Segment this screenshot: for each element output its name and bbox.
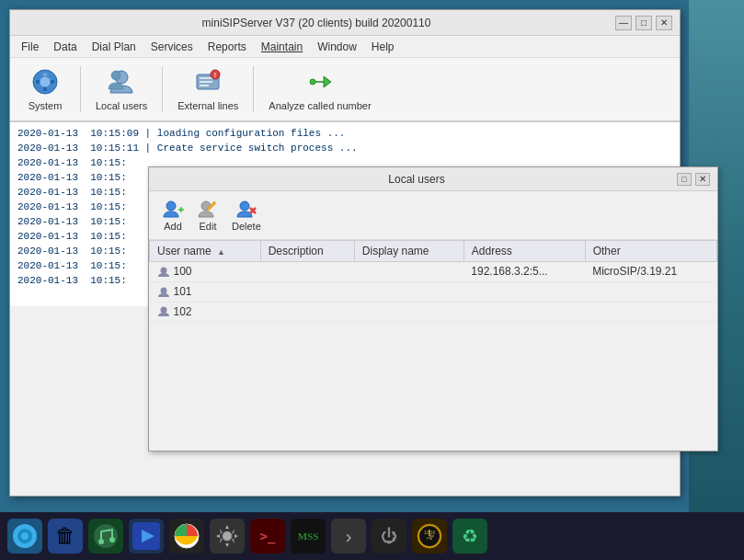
col-username[interactable]: User name ▲: [150, 241, 261, 262]
toolbar-local-users[interactable]: Local users: [88, 63, 155, 115]
analyze-icon: [305, 67, 335, 97]
cell-other: [585, 302, 716, 322]
svg-point-7: [111, 71, 120, 80]
taskbar-clock[interactable]: 10:16 PM: [412, 519, 447, 554]
svg-text:PM: PM: [427, 536, 432, 541]
users-table-container[interactable]: User name ▲ Description Display name Add…: [149, 240, 717, 442]
svg-point-35: [223, 531, 232, 541]
sub-close-button[interactable]: ✕: [695, 173, 710, 186]
svg-point-29: [98, 539, 104, 544]
edit-user-icon: [197, 199, 219, 221]
svg-point-1: [40, 76, 51, 87]
menu-maintain[interactable]: Maintain: [254, 39, 310, 55]
toolbar-system[interactable]: System: [17, 63, 73, 115]
local-users-label: Local users: [96, 100, 147, 111]
svg-rect-2: [36, 80, 40, 84]
table-row[interactable]: 102: [150, 302, 717, 322]
menu-help[interactable]: Help: [364, 39, 402, 55]
main-window: miniSIPServer V37 (20 clients) build 202…: [9, 9, 681, 497]
col-other[interactable]: Other: [585, 241, 716, 262]
edit-user-button[interactable]: Edit: [193, 197, 223, 234]
col-description[interactable]: Description: [260, 241, 354, 262]
taskbar-settings[interactable]: [210, 519, 245, 554]
cell-address: 192.168.3.2:5...: [464, 262, 585, 282]
svg-rect-11: [200, 85, 209, 86]
taskbar-media[interactable]: [129, 519, 164, 554]
sub-toolbar: Add Edit Delete: [149, 191, 717, 240]
cell-username: 101: [150, 281, 261, 302]
cell-displayname: [354, 281, 464, 302]
edit-label: Edit: [200, 221, 217, 232]
svg-text:!: !: [214, 72, 216, 78]
cell-displayname: [354, 262, 464, 282]
taskbar-power[interactable]: ⏻: [372, 519, 406, 554]
menu-file[interactable]: File: [14, 39, 46, 55]
svg-point-14: [310, 79, 315, 85]
taskbar-arrow[interactable]: ›: [331, 519, 366, 554]
col-address[interactable]: Address: [464, 241, 585, 262]
minimize-button[interactable]: —: [615, 16, 632, 30]
maximize-button[interactable]: □: [635, 16, 652, 30]
taskbar-deepin[interactable]: [7, 519, 42, 554]
menu-dialplan[interactable]: Dial Plan: [85, 39, 143, 55]
taskbar: 🗑 >_ MSS: [0, 512, 744, 560]
cell-displayname: [354, 302, 464, 322]
cell-other: MicroSIP/3.19.21: [585, 262, 716, 282]
taskbar-mss[interactable]: MSS: [291, 519, 326, 554]
sep1: [80, 66, 81, 112]
log-line-1: 2020-01-13 10:15:11 | Create service swi…: [17, 141, 672, 155]
external-lines-icon: !: [193, 67, 223, 97]
svg-point-28: [94, 524, 118, 548]
add-user-button[interactable]: Add: [158, 197, 188, 234]
delete-label: Delete: [232, 221, 261, 232]
add-label: Add: [164, 221, 182, 232]
cell-username: 102: [150, 302, 261, 322]
external-lines-label: External lines: [177, 100, 238, 111]
users-table: User name ▲ Description Display name Add…: [149, 240, 717, 322]
cell-address: [464, 281, 585, 302]
svg-rect-10: [200, 81, 212, 83]
app-title: miniSIPServer V37 (20 clients) build 202…: [17, 17, 615, 29]
cell-description: [260, 262, 354, 282]
sub-window-title: Local users: [156, 173, 677, 186]
table-row[interactable]: 100192.168.3.2:5...MicroSIP/3.19.21: [150, 262, 717, 282]
sep3: [253, 66, 254, 112]
menu-window[interactable]: Window: [310, 39, 364, 55]
title-bar-buttons: — □ ✕: [615, 16, 672, 30]
svg-point-19: [240, 201, 249, 211]
sub-maximize-button[interactable]: □: [677, 173, 692, 186]
menu-services[interactable]: Services: [143, 39, 200, 55]
sep2: [162, 66, 163, 112]
svg-point-22: [160, 267, 166, 273]
sort-arrow: ▲: [217, 247, 225, 257]
local-users-icon: [107, 67, 136, 97]
menu-bar: File Data Dial Plan Services Reports Mai…: [10, 36, 680, 58]
toolbar: System Local users ! Extern: [10, 58, 680, 122]
title-bar: miniSIPServer V37 (20 clients) build 202…: [10, 10, 680, 36]
table-row[interactable]: 101: [150, 281, 717, 302]
taskbar-recycle[interactable]: ♻: [452, 519, 487, 554]
close-button[interactable]: ✕: [656, 16, 672, 30]
taskbar-chrome[interactable]: [169, 519, 204, 554]
svg-point-27: [21, 532, 29, 540]
system-label: System: [29, 100, 63, 111]
delete-user-button[interactable]: Delete: [228, 197, 265, 234]
system-icon: [30, 67, 60, 97]
sub-window-buttons: □ ✕: [677, 173, 710, 186]
analyze-label: Analyze called number: [269, 100, 371, 111]
menu-data[interactable]: Data: [46, 39, 84, 55]
log-line-0: 2020-01-13 10:15:09 | loading configurat…: [17, 126, 672, 141]
toolbar-analyze[interactable]: Analyze called number: [261, 63, 378, 115]
taskbar-trash[interactable]: 🗑: [48, 519, 83, 554]
taskbar-terminal[interactable]: >_: [250, 519, 285, 554]
menu-reports[interactable]: Reports: [200, 39, 254, 55]
svg-point-30: [109, 537, 115, 543]
delete-user-icon: [235, 199, 258, 221]
taskbar-music[interactable]: [88, 519, 123, 554]
svg-rect-3: [51, 80, 54, 84]
col-displayname[interactable]: Display name: [354, 241, 464, 262]
toolbar-external-lines[interactable]: ! External lines: [170, 63, 246, 115]
cell-description: [260, 281, 354, 302]
cell-other: [585, 281, 716, 302]
cell-description: [260, 302, 354, 322]
